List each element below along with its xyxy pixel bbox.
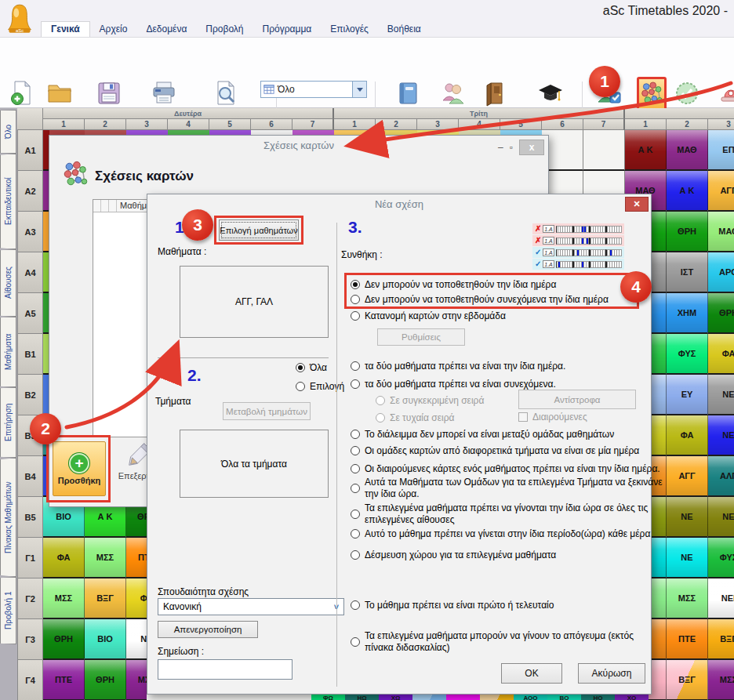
timetable-cell[interactable]: ΘΡΗ: [667, 212, 708, 252]
condition-same-period-every-day[interactable]: Αυτό το μάθημα πρέπει να γίνεται στην ίδ…: [351, 528, 650, 539]
condition-groups-one-day[interactable]: Οι ομάδες καρτών από διαφορετικά τμήματα…: [351, 445, 639, 456]
timetable-cell[interactable]: ΝΕ: [667, 538, 708, 578]
timetable-cell[interactable]: ΦΑ: [667, 415, 708, 456]
row-label-A1[interactable]: A1: [17, 130, 43, 171]
row-label-Γ2[interactable]: Γ2: [17, 578, 43, 619]
row-label-B1[interactable]: B1: [17, 334, 43, 375]
timetable-cell[interactable]: ΜΑΘ: [708, 212, 734, 252]
timetable-cell[interactable]: ΝΕ: [708, 497, 734, 538]
timetable-cell[interactable]: ΘΡΗ: [43, 619, 85, 660]
timetable-cell[interactable]: ΘΡΗ: [85, 660, 126, 700]
row-label-B4[interactable]: B4: [17, 456, 43, 497]
radio-icon[interactable]: [351, 464, 360, 473]
row-label-A3[interactable]: A3: [17, 212, 43, 252]
timetable-cell[interactable]: ΦΑ: [708, 334, 734, 375]
row-label-Γ1[interactable]: Γ1: [17, 538, 43, 578]
row-label-A2[interactable]: A2: [17, 171, 43, 212]
condition-same-day[interactable]: τα δύο μαθήματα πρέπει να είναι την ίδια…: [351, 361, 565, 372]
row-label-A4[interactable]: A4: [17, 252, 43, 293]
cancel-button[interactable]: Ακύρωση: [578, 663, 645, 684]
radio-icon[interactable]: [351, 311, 360, 321]
timetable-cell[interactable]: [583, 130, 625, 171]
radio-icon[interactable]: [351, 446, 360, 455]
divided-checkbox[interactable]: Διαιρούμενες: [518, 412, 587, 423]
timetable-cell[interactable]: ΒΞΓ: [708, 619, 734, 660]
timetable-cell[interactable]: ΧΗΜ: [667, 293, 708, 334]
condition-first-or-last[interactable]: Το μάθημα πρέπει να είναι πρώτο ή τελευτ…: [351, 600, 554, 611]
ok-button[interactable]: OK: [501, 663, 562, 684]
timetable-cell[interactable]: ΜΑΘ: [667, 130, 708, 171]
radio-icon[interactable]: [296, 382, 305, 391]
reverse-button[interactable]: Αντίστροφα: [518, 390, 636, 409]
timetable-cell[interactable]: ΜΣΣ: [667, 578, 708, 619]
close-icon[interactable]: ✕: [625, 197, 649, 212]
radio-icon[interactable]: [351, 484, 360, 493]
settings-button[interactable]: Ρυθμίσεις: [377, 328, 465, 346]
condition-specific-order[interactable]: Σε συγκεκριμένη σειρά: [376, 395, 484, 406]
radio-icon[interactable]: [351, 379, 360, 389]
timetable-cell[interactable]: ΑΛΓ: [708, 456, 734, 497]
timetable-cell[interactable]: ΘΡΗ: [708, 293, 734, 334]
condition-afternoon[interactable]: Τα επιλεγμένα μαθήματα μπορούν να γίνουν…: [351, 630, 664, 653]
timetable-cell[interactable]: ΒΙΟ: [85, 619, 126, 660]
condition-groups-start-same-hour[interactable]: Αυτά τα Μαθήματα των Ομάδων για τα επιλε…: [351, 477, 664, 499]
timetable-cell[interactable]: ΜΣΣ: [43, 578, 85, 619]
timetable-cell[interactable]: ΙΣΤ: [667, 252, 708, 293]
timetable-cell[interactable]: ΝΕ: [708, 375, 734, 415]
radio-icon[interactable]: [351, 529, 360, 539]
radio-icon[interactable]: [351, 430, 360, 439]
timetable-cell[interactable]: Α Κ: [667, 171, 708, 212]
radio-disabled-icon[interactable]: [376, 413, 385, 423]
change-classes-button[interactable]: Μεταβολή τμημάτων: [223, 402, 311, 420]
timetable-cell[interactable]: ΝΕ: [667, 497, 708, 538]
timetable-cell[interactable]: ΦΑ: [43, 538, 85, 578]
importance-select[interactable]: Κανονική ˅: [158, 598, 344, 615]
asc-bell-logo-icon[interactable]: aSc: [6, 2, 33, 39]
timetable-cell[interactable]: ΝΕ: [708, 415, 734, 456]
timetable-cell[interactable]: ΦΥΣ: [708, 538, 734, 578]
timetable-cell[interactable]: ΕΥ: [667, 375, 708, 415]
preview-tag: 1.A: [543, 225, 554, 233]
condition-reserve-space[interactable]: Δέσμευση χώρου για τα επιλεγμένα μαθήματ…: [351, 549, 556, 560]
row-label-A5[interactable]: A5: [17, 293, 43, 334]
close-icon[interactable]: x: [519, 140, 544, 155]
timetable-cell[interactable]: ΠΤΕ: [667, 619, 708, 660]
timetable-cell[interactable]: ΠΤΕ: [43, 660, 85, 700]
deactivate-button[interactable]: Απενεργοποίηση: [158, 621, 258, 638]
radio-icon[interactable]: [351, 361, 360, 371]
row-label-B5[interactable]: B5: [17, 497, 43, 538]
radio-icon[interactable]: [351, 637, 360, 647]
timetable-cell[interactable]: ΑΡΟ: [708, 252, 734, 293]
radio-disabled-icon[interactable]: [376, 396, 385, 405]
timetable-cell[interactable]: ΦΥΣ: [667, 334, 708, 375]
condition-random-order[interactable]: Σε τυχαία σειρά: [376, 412, 454, 423]
condition-week-distribution[interactable]: Κατανομή καρτών στην εβδομάδα: [351, 310, 506, 321]
checkbox-icon[interactable]: [518, 412, 528, 422]
timetable-cell[interactable]: ΑΓΓ: [667, 456, 708, 497]
radio-icon[interactable]: [351, 510, 360, 519]
radio-icon[interactable]: [351, 600, 360, 610]
timetable-cell[interactable]: Α Κ: [625, 130, 667, 171]
timetable-cell[interactable]: ΑΓΓ: [708, 171, 734, 212]
period-header: 7: [293, 119, 334, 130]
timetable-cell[interactable]: ΒΞΓ: [85, 578, 126, 619]
timetable-cell[interactable]: ΜΣΣ: [85, 538, 126, 578]
condition-consecutive[interactable]: τα δύο μαθήματα πρέπει να είναι συνεχόμε…: [351, 379, 556, 390]
classes-all-option[interactable]: Όλα: [296, 362, 327, 373]
timetable-cell[interactable]: ΕΠ: [708, 130, 734, 171]
row-label-B2[interactable]: B2: [17, 375, 43, 415]
timetable-cell[interactable]: ΜΣΣ: [708, 660, 734, 700]
timetable-cell[interactable]: ΝΕΙ: [708, 578, 734, 619]
minimize-icon[interactable]: –: [498, 141, 503, 154]
row-label-Γ3[interactable]: Γ3: [17, 619, 43, 660]
timetable-cell[interactable]: ΒΞΓ: [667, 660, 708, 700]
note-input[interactable]: [158, 659, 293, 680]
card-bottom-sliver: ΧΩ: [379, 695, 412, 700]
condition-no-break-between[interactable]: Το διάλειμμα δεν μπορεί να είναι μεταξύ …: [351, 429, 614, 440]
radio-icon[interactable]: [351, 550, 360, 560]
radio-selected-icon[interactable]: [296, 363, 305, 372]
condition-divided-same-day[interactable]: Οι διαιρούμενες κάρτες ενός μαθήματος πρ…: [351, 463, 660, 474]
condition-same-hour-all-rooms[interactable]: Τα επιλεγμένα μαθήματα πρέπει να γίνοντα…: [351, 502, 664, 525]
maximize-icon[interactable]: ▫: [510, 141, 513, 154]
row-label-Γ4[interactable]: Γ4: [17, 660, 43, 700]
